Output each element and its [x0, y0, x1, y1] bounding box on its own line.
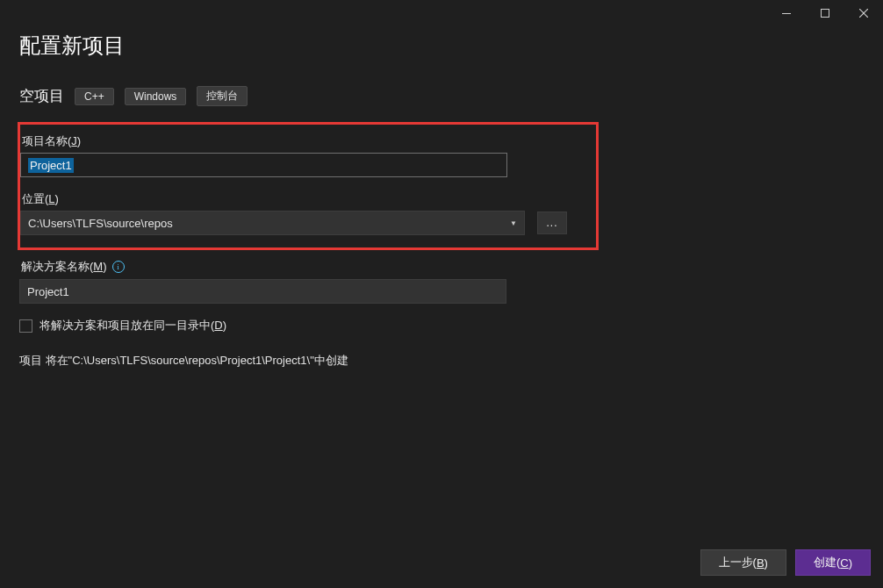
titlebar	[0, 0, 883, 26]
svg-rect-0	[782, 13, 791, 14]
footer-buttons: 上一步(B) 创建(C)	[700, 549, 871, 576]
close-button[interactable]	[844, 0, 883, 26]
tag-cpp: C++	[75, 88, 114, 105]
same-directory-label: 将解决方案和项目放在同一目录中(D)	[39, 318, 226, 333]
project-type-name: 空项目	[19, 86, 64, 106]
maximize-button[interactable]	[806, 0, 844, 26]
close-icon	[859, 9, 868, 18]
project-name-label: 项目名称(J)	[20, 133, 587, 149]
solution-name-input[interactable]: Project1	[19, 279, 506, 304]
minimize-button[interactable]	[767, 0, 806, 26]
path-preview: 项目 将在"C:\Users\TLFS\source\repos\Project…	[19, 353, 864, 369]
create-button[interactable]: 创建(C)	[795, 549, 871, 576]
location-value: C:\Users\TLFS\source\repos	[28, 217, 173, 230]
location-label: 位置(L)	[20, 191, 587, 207]
same-directory-checkbox[interactable]	[19, 319, 32, 333]
project-name-input[interactable]: Project1	[20, 153, 507, 177]
solution-name-label: 解决方案名称(M)	[19, 259, 107, 275]
svg-rect-1	[822, 10, 829, 18]
minimize-icon	[782, 13, 791, 14]
tag-windows: Windows	[125, 88, 187, 105]
browse-button[interactable]: ...	[537, 212, 567, 234]
chevron-down-icon: ▼	[510, 219, 517, 227]
info-icon[interactable]: i	[112, 261, 125, 273]
maximize-icon	[821, 9, 829, 18]
tag-console: 控制台	[197, 86, 248, 106]
page-title: 配置新项目	[19, 32, 864, 60]
highlight-annotation: 项目名称(J) Project1 位置(L) C:\Users\TLFS\sou…	[18, 122, 599, 250]
back-button[interactable]: 上一步(B)	[700, 549, 786, 576]
location-combobox[interactable]: C:\Users\TLFS\source\repos ▼	[20, 211, 525, 235]
project-type-row: 空项目 C++ Windows 控制台	[19, 86, 864, 106]
